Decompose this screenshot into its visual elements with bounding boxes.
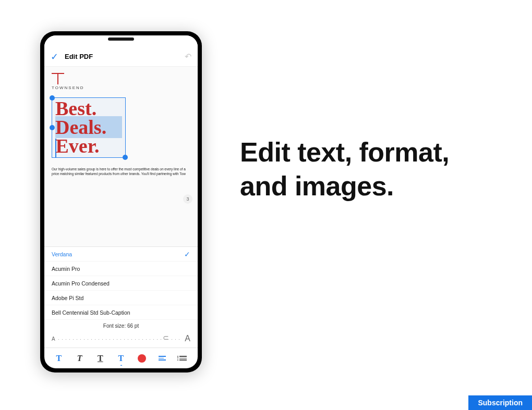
status-bar (44, 35, 198, 47)
document-area[interactable]: TOWNSEND Best. Deals. Ever. 3 Our high-v… (44, 67, 198, 246)
phone-screen: ✓ Edit PDF ↶ TOWNSEND Best. Deals. Ever.… (44, 35, 198, 368)
selection-handle-icon[interactable] (50, 95, 55, 101)
selected-check-icon: ✓ (184, 250, 190, 258)
brand-logo-icon (52, 73, 64, 84)
font-option-label: Acumin Pro (52, 266, 80, 272)
text-selection-box[interactable]: Best. Deals. Ever. (52, 97, 126, 158)
font-option[interactable]: Acumin Pro Condensed (44, 276, 198, 291)
selection-handle-icon[interactable] (50, 125, 55, 130)
document-body-text: Our high-volume sales group is here to o… (52, 167, 190, 176)
underline-button[interactable]: T (93, 351, 107, 366)
size-small-icon: A (52, 336, 55, 342)
header-title: Edit PDF (65, 53, 185, 60)
list-icon (179, 356, 187, 361)
font-panel: Verdana ✓ Acumin Pro Acumin Pro Condense… (44, 246, 198, 347)
headline-line[interactable]: Deals. (55, 118, 122, 136)
font-option-label: Bell Centennial Std Sub-Caption (52, 309, 130, 316)
bold-button[interactable]: T (52, 351, 66, 366)
font-option[interactable]: Bell Centennial Std Sub-Caption (44, 305, 198, 320)
more-text-button[interactable]: T (114, 351, 128, 366)
font-size-label: Font size: 66 pt (44, 320, 198, 332)
font-option[interactable]: Verdana ✓ (44, 247, 198, 262)
app-header: ✓ Edit PDF ↶ (44, 47, 198, 67)
format-toolbar: T T T T (44, 347, 198, 368)
slider-track[interactable]: ⊂ (58, 334, 182, 343)
font-option-label: Acumin Pro Condensed (52, 280, 110, 287)
undo-icon[interactable]: ↶ (185, 52, 191, 61)
brand-name: TOWNSEND (52, 85, 190, 90)
color-button[interactable] (135, 351, 149, 366)
slider-thumb-icon[interactable]: ⊂ (163, 333, 169, 342)
color-swatch-icon (138, 354, 146, 363)
list-button[interactable] (176, 351, 190, 366)
italic-button[interactable]: T (72, 351, 87, 366)
font-option-label: Adobe Pi Std (52, 295, 83, 301)
marketing-tagline: Edit text, format, and images. (240, 135, 485, 203)
align-button[interactable] (155, 351, 170, 366)
phone-mockup: ✓ Edit PDF ↶ TOWNSEND Best. Deals. Ever.… (40, 31, 202, 372)
align-icon (159, 356, 166, 361)
headline-line[interactable]: Best. (55, 99, 122, 118)
font-option-label: Verdana (52, 251, 72, 257)
font-option[interactable]: Acumin Pro (44, 262, 198, 276)
page-count-badge: 3 (183, 194, 192, 204)
subscription-badge[interactable]: Subscription (468, 395, 532, 410)
headline-line[interactable]: Ever. (55, 136, 122, 157)
size-large-icon: A (185, 334, 190, 343)
done-check-icon[interactable]: ✓ (51, 51, 58, 63)
font-option[interactable]: Adobe Pi Std (44, 291, 198, 305)
selection-handle-icon[interactable] (123, 155, 128, 160)
font-size-slider[interactable]: A ⊂ A (44, 332, 198, 347)
